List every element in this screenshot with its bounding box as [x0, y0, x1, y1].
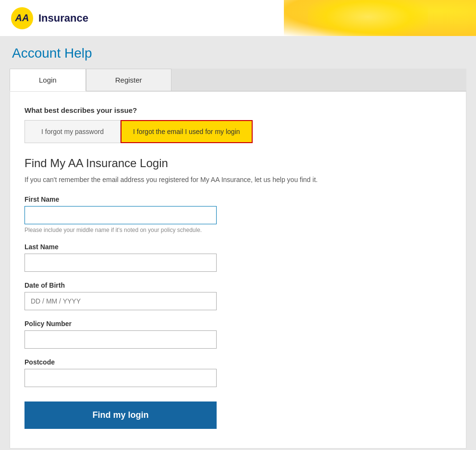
postcode-label: Postcode — [24, 358, 452, 366]
first-name-group: First Name Please include your middle na… — [24, 195, 452, 233]
policy-number-input[interactable] — [24, 330, 217, 349]
tab-login[interactable]: Login — [10, 69, 86, 91]
dob-group: Date of Birth — [24, 281, 452, 310]
first-name-label: First Name — [24, 195, 452, 203]
page-title: Account Help — [10, 46, 466, 61]
issue-toggle-group: I forgot my password I forgot the email … — [24, 120, 452, 143]
policy-number-label: Policy Number — [24, 320, 452, 328]
form-description: If you can't remember the email address … — [24, 175, 452, 185]
postcode-group: Postcode — [24, 358, 452, 387]
toggle-forgot-password-button[interactable]: I forgot my password — [24, 120, 121, 143]
header-bg-decoration2 — [308, 0, 428, 36]
toggle-forgot-email-button[interactable]: I forgot the email I used for my login — [121, 120, 253, 143]
form-section-title: Find My AA Insurance Login — [24, 157, 452, 170]
policy-number-group: Policy Number — [24, 320, 452, 349]
logo-brand-text: Insurance — [38, 12, 88, 24]
logo-aa-text: AA — [15, 12, 29, 24]
tab-register[interactable]: Register — [86, 69, 171, 91]
postcode-input[interactable] — [24, 369, 217, 387]
first-name-input[interactable] — [24, 206, 217, 224]
form-card: What best describes your issue? I forgot… — [10, 91, 466, 449]
tabs-container: Login Register — [10, 69, 466, 91]
last-name-group: Last Name — [24, 243, 452, 272]
logo-circle: AA — [10, 6, 35, 31]
logo: AA Insurance — [10, 6, 88, 31]
last-name-label: Last Name — [24, 243, 452, 251]
dob-label: Date of Birth — [24, 281, 452, 289]
find-login-button[interactable]: Find my login — [24, 401, 217, 429]
header: AA Insurance — [0, 0, 476, 36]
last-name-input[interactable] — [24, 254, 217, 272]
first-name-hint: Please include your middle name if it's … — [24, 227, 452, 233]
dob-input[interactable] — [24, 292, 217, 310]
page-content: Account Help Login Register What best de… — [0, 36, 476, 450]
issue-question: What best describes your issue? — [24, 106, 452, 114]
